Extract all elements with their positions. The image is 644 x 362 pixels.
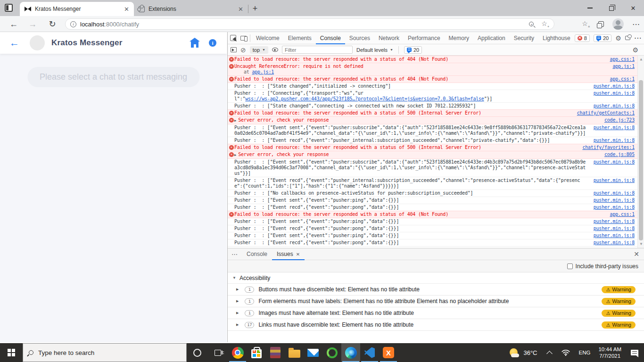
- tab-memory[interactable]: Memory: [445, 32, 473, 44]
- third-party-checkbox[interactable]: [567, 263, 573, 269]
- add-favorite-icon[interactable]: ☆+: [541, 20, 549, 28]
- expand-triangle-icon[interactable]: ▶: [236, 311, 239, 315]
- language-indicator[interactable]: ENG: [574, 350, 594, 355]
- console-scrollbar[interactable]: ▲ ▼: [637, 56, 644, 248]
- taskbar-store[interactable]: [247, 343, 266, 362]
- back-icon[interactable]: ←: [7, 16, 21, 32]
- source-link[interactable]: pusher.min.js:8: [594, 240, 635, 246]
- live-expression-icon[interactable]: [272, 48, 278, 52]
- console-filter-input[interactable]: [282, 46, 353, 54]
- source-link[interactable]: app.js:1: [612, 64, 635, 69]
- refresh-icon[interactable]: ↻: [45, 16, 59, 32]
- source-link[interactable]: pusher.min.js:8: [594, 138, 635, 143]
- site-info-icon[interactable]: i: [70, 21, 76, 27]
- weather-widget[interactable]: 36°C: [505, 348, 542, 357]
- source-link[interactable]: chatify/getContacts:1: [577, 110, 635, 116]
- devtools-menu-icon[interactable]: ⋯: [634, 33, 642, 42]
- clock[interactable]: 10:44 AM 7/7/2021: [594, 346, 625, 359]
- wifi-indicator[interactable]: [557, 349, 574, 356]
- search-input[interactable]: [38, 349, 181, 356]
- cortana-button[interactable]: [187, 343, 207, 362]
- taskbar-chrome[interactable]: [228, 343, 247, 362]
- tab-lighthouse[interactable]: Lighthouse: [538, 32, 575, 44]
- log-levels-dropdown[interactable]: Default levels▼: [356, 47, 393, 53]
- tab-security[interactable]: Security: [510, 32, 538, 44]
- issues-count-chip[interactable]: 20: [404, 46, 422, 54]
- device-toolbar-icon[interactable]: [238, 33, 248, 44]
- tab-elements[interactable]: Elements: [284, 32, 316, 44]
- issue-row[interactable]: ▶ 1 Buttons must have discernible text: …: [228, 284, 644, 296]
- tab-network[interactable]: Network: [374, 32, 404, 44]
- taskbar-search[interactable]: [23, 343, 187, 362]
- collections-icon[interactable]: [598, 21, 604, 27]
- taskbar-xampp[interactable]: X: [379, 343, 398, 362]
- show-hidden-icons-chevron[interactable]: [547, 351, 553, 357]
- minimize-button[interactable]: [579, 0, 601, 16]
- tab-welcome[interactable]: Welcome: [252, 32, 284, 44]
- app-avatar[interactable]: [30, 35, 45, 50]
- tab-performance[interactable]: Performance: [404, 32, 445, 44]
- profile-avatar[interactable]: [612, 18, 624, 30]
- source-link[interactable]: pusher.min.js:8: [594, 233, 635, 239]
- scrollbar-thumb[interactable]: [639, 80, 643, 240]
- source-link[interactable]: app.css:1: [610, 76, 635, 82]
- action-center-icon[interactable]: [631, 350, 638, 355]
- expand-triangle-icon[interactable]: ▶: [234, 152, 236, 158]
- feedback-icon[interactable]: [625, 36, 630, 40]
- tab-application[interactable]: Application: [473, 32, 510, 44]
- source-link[interactable]: pusher.min.js:8: [594, 159, 635, 165]
- source-link[interactable]: pusher.min.js:8: [594, 197, 635, 203]
- browser-menu-icon[interactable]: ⋯: [632, 20, 640, 29]
- console-settings-icon[interactable]: ⚙: [632, 47, 641, 53]
- issue-row[interactable]: ▶ 17 Links must have discernible text: E…: [228, 319, 644, 331]
- scroll-up-icon[interactable]: ▲: [638, 57, 644, 62]
- expand-triangle-icon[interactable]: ▶: [236, 299, 239, 303]
- info-icon[interactable]: i: [209, 39, 216, 47]
- start-button[interactable]: [0, 343, 23, 362]
- source-link[interactable]: pusher.min.js:8: [594, 205, 635, 210]
- issues-section-accessibility[interactable]: ▼ Accessibility: [228, 272, 644, 284]
- taskbar-vscode[interactable]: [360, 343, 379, 362]
- app-back-icon[interactable]: ←: [9, 37, 19, 49]
- vertical-tabs-icon[interactable]: [5, 4, 13, 12]
- collapse-triangle-icon[interactable]: ▼: [232, 276, 236, 280]
- taskbar-explorer[interactable]: [285, 343, 304, 362]
- drawer-tab-console[interactable]: Console: [242, 248, 272, 260]
- source-link[interactable]: pusher.min.js:8: [594, 103, 635, 109]
- source-link[interactable]: pusher.min.js:8: [594, 90, 635, 96]
- tab-close-icon[interactable]: ✕: [124, 6, 129, 13]
- tab-close-icon[interactable]: ✕: [296, 252, 300, 257]
- source-link[interactable]: app.css:1: [610, 212, 635, 217]
- source-link[interactable]: pusher.min.js:8: [594, 190, 635, 196]
- tab-console[interactable]: Console: [316, 32, 345, 44]
- tab-sources[interactable]: Sources: [345, 32, 374, 44]
- taskbar-winrar[interactable]: [266, 343, 285, 362]
- address-bar[interactable]: i localhost:8000/chatify + ☆+: [65, 18, 554, 30]
- execution-context-dropdown[interactable]: top▼: [250, 46, 268, 54]
- source-link[interactable]: pusher.min.js:8: [594, 219, 635, 224]
- tab-extensions[interactable]: Extensions ✕: [134, 2, 248, 16]
- task-view-button[interactable]: [207, 343, 228, 362]
- source-link[interactable]: pusher.min.js:8: [594, 125, 635, 131]
- source-link[interactable]: app.css:1: [610, 57, 635, 62]
- websocket-url-link[interactable]: wss://ws-ap2.pusher.com:443/app/523f185……: [245, 96, 484, 101]
- error-count-chip[interactable]: ✕8: [575, 34, 590, 42]
- source-link[interactable]: pusher.min.js:8: [594, 178, 635, 183]
- forward-icon[interactable]: →: [25, 16, 40, 32]
- clear-console-icon[interactable]: ⊘: [240, 47, 246, 53]
- console-sidebar-icon[interactable]: [231, 47, 237, 52]
- source-link[interactable]: code.js:723: [604, 117, 635, 123]
- expand-triangle-icon[interactable]: ▶: [236, 323, 239, 327]
- taskbar-recorder[interactable]: [322, 343, 341, 362]
- home-icon[interactable]: [191, 41, 198, 48]
- restore-button[interactable]: [601, 0, 622, 16]
- scroll-down-icon[interactable]: ▼: [638, 241, 644, 247]
- favorites-bar-icon[interactable]: ☆≡: [582, 20, 590, 28]
- expand-triangle-icon[interactable]: ▶: [236, 288, 239, 291]
- settings-gear-icon[interactable]: ⚙: [615, 35, 621, 41]
- source-link[interactable]: pusher.min.js:8: [594, 83, 635, 89]
- drawer-menu-icon[interactable]: ⋯: [228, 251, 242, 258]
- new-tab-button[interactable]: +: [248, 2, 262, 15]
- expand-triangle-icon[interactable]: ▶: [234, 118, 236, 123]
- source-link[interactable]: pusher.min.js:8: [594, 226, 635, 231]
